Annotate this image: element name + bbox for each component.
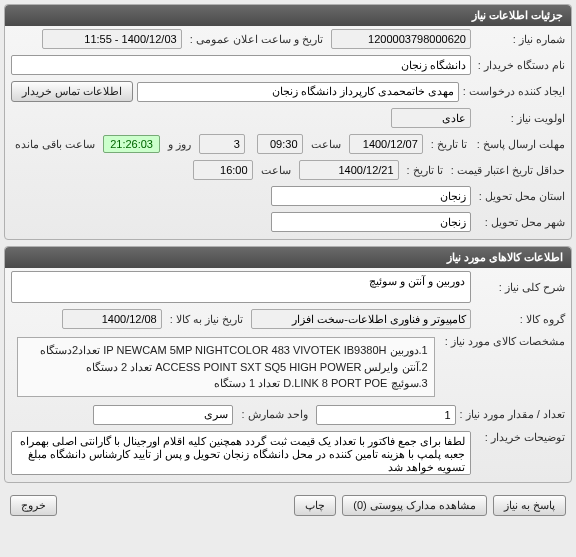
qty-input[interactable] (316, 405, 456, 425)
general-desc-label: شرح کلی نیاز : (475, 281, 565, 294)
countdown-timer: 21:26:03 (103, 135, 160, 153)
specs-box: 1.دوربین IP NEWCAM 5MP NIGHTCOLOR 483 VI… (17, 337, 435, 397)
unit-input[interactable] (93, 405, 233, 425)
deadline-time: 09:30 (257, 134, 303, 154)
goods-info-panel: اطلاعات کالاهای مورد نیاز شرح کلی نیاز :… (4, 246, 572, 483)
contact-buyer-button[interactable]: اطلاعات تماس خریدار (11, 81, 133, 102)
buyer-notes-label: توضیحات خریدار : (475, 431, 565, 444)
to-date-label-1: تا تاریخ : (427, 138, 471, 151)
panel1-header: جزئیات اطلاعات نیاز (5, 5, 571, 26)
general-desc-textarea[interactable]: دوربین و آنتن و سوئیچ (11, 271, 471, 303)
priority-label: اولویت نیاز : (475, 112, 565, 125)
creator-input[interactable] (137, 82, 459, 102)
qty-label: تعداد / مقدار مورد نیاز : (460, 408, 565, 421)
specs-line-3: 3.سوئیچ D.LINK 8 PORT POE تعداد 1 دستگاه (24, 375, 428, 392)
announce-value: 1400/12/03 - 11:55 (42, 29, 182, 49)
need-no-value: 1200003798000620 (331, 29, 471, 49)
need-details-panel: جزئیات اطلاعات نیاز شماره نیاز : 1200003… (4, 4, 572, 240)
price-validity-time: 16:00 (193, 160, 253, 180)
to-date-label-2: تا تاریخ : (403, 164, 447, 177)
buyer-label: نام دستگاه خریدار : (475, 59, 565, 72)
specs-label: مشخصات کالای مورد نیاز : (445, 335, 565, 348)
footer-buttons: پاسخ به نیاز مشاهده مدارک پیوستی (0) چاپ… (4, 489, 572, 522)
exit-button[interactable]: خروج (10, 495, 57, 516)
province-label: استان محل تحویل : (475, 190, 565, 203)
remaining-label: ساعت باقی مانده (11, 138, 99, 151)
province-input[interactable] (271, 186, 471, 206)
city-input[interactable] (271, 212, 471, 232)
reply-button[interactable]: پاسخ به نیاز (493, 495, 566, 516)
creator-label: ایجاد کننده درخواست : (463, 85, 565, 98)
time-label-1: ساعت (307, 138, 345, 151)
need-date-label: تاریخ نیاز به کالا : (166, 313, 247, 326)
group-value: کامپیوتر و فناوری اطلاعات-سخت افزار (251, 309, 471, 329)
print-button[interactable]: چاپ (294, 495, 336, 516)
group-label: گروه کالا : (475, 313, 565, 326)
need-date-value: 1400/12/08 (62, 309, 162, 329)
days-value: 3 (199, 134, 245, 154)
price-validity-label: حداقل تاریخ اعتبار قیمت : (451, 164, 565, 177)
attachments-button[interactable]: مشاهده مدارک پیوستی (0) (342, 495, 487, 516)
deadline-date: 1400/12/07 (349, 134, 423, 154)
price-validity-date: 1400/12/21 (299, 160, 399, 180)
specs-line-2: 2.آنتن وایرلس ACCESS POINT SXT SQ5 HIGH … (24, 359, 428, 376)
days-label: روز و (164, 138, 195, 151)
panel2-header: اطلاعات کالاهای مورد نیاز (5, 247, 571, 268)
need-no-label: شماره نیاز : (475, 33, 565, 46)
deadline-send-label: مهلت ارسال پاسخ : (475, 138, 565, 151)
buyer-input[interactable] (11, 55, 471, 75)
specs-line-1: 1.دوربین IP NEWCAM 5MP NIGHTCOLOR 483 VI… (24, 342, 428, 359)
time-label-2: ساعت (257, 164, 295, 177)
unit-label: واحد شمارش : (237, 408, 311, 421)
priority-value: عادی (391, 108, 471, 128)
announce-label: تاریخ و ساعت اعلان عمومی : (186, 33, 327, 46)
city-label: شهر محل تحویل : (475, 216, 565, 229)
buyer-notes-textarea[interactable]: لطفا برای جمع فاکتور با تعداد یک قیمت ثب… (11, 431, 471, 475)
